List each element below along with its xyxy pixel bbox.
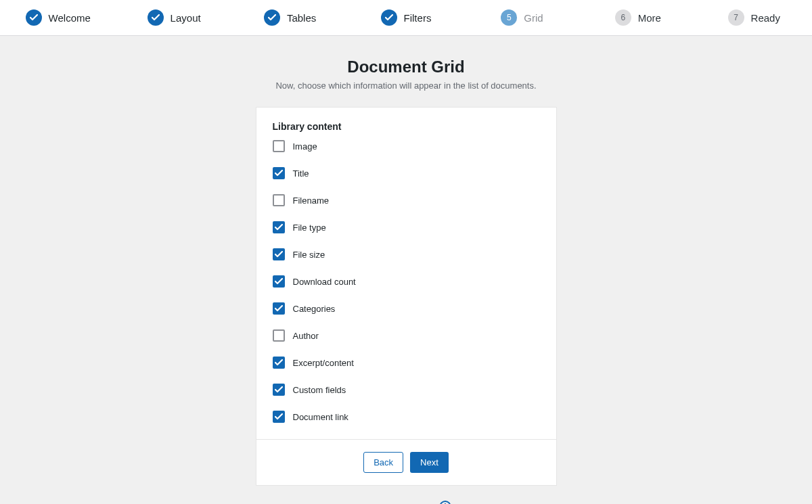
checkbox[interactable] [273,411,285,423]
card-footer: Back Next [256,439,556,485]
wizard-step[interactable]: Filters [348,9,464,26]
back-button[interactable]: Back [363,452,403,473]
checkbox-label: Document link [293,412,348,422]
step-completed-icon [381,9,397,26]
checkbox-list: ImageTitleFilenameFile typeFile sizeDown… [273,140,540,423]
checkbox-row: Author [273,329,540,342]
check-icon [275,170,283,177]
checkbox-label: Author [293,331,319,341]
checkbox-label: File size [293,250,325,260]
check-icon [152,14,160,21]
page-subtitle: Now, choose which information will appea… [135,81,677,91]
check-icon [275,305,283,312]
check-icon [30,14,38,21]
skip-setup-link[interactable]: Skip setup wizard [361,502,430,505]
checkbox-row: Document link [273,411,540,423]
wizard-step[interactable]: 7Ready [696,9,812,26]
check-icon [275,386,283,393]
checkbox-label: Excerpt/content [293,358,354,368]
checkbox[interactable] [273,248,285,260]
wizard-content: Document Grid Now, choose which informat… [135,36,677,504]
checkbox-label: Download count [293,277,356,287]
step-label: Tables [287,12,316,24]
check-icon [275,251,283,258]
step-label: Ready [751,12,780,24]
checkbox[interactable] [273,302,285,315]
check-icon [268,14,276,21]
checkbox-row: File type [273,221,540,233]
check-icon [275,278,283,285]
check-icon [275,224,283,231]
wizard-step[interactable]: 6More [580,9,696,26]
step-number-badge: 6 [615,9,631,26]
next-button[interactable]: Next [410,452,449,473]
checkbox-row: Categories [273,302,540,315]
checkbox[interactable] [273,194,285,206]
info-icon[interactable]: i [439,501,451,504]
checkbox-label: Title [293,168,309,179]
checkbox-label: Categories [293,304,336,314]
checkbox-row: Custom fields [273,384,540,396]
wizard-step[interactable]: Tables [232,9,348,26]
step-label: Grid [524,12,543,24]
checkbox-row: Excerpt/content [273,357,540,369]
step-number-badge: 7 [728,9,744,26]
checkbox-label: Filename [293,196,329,206]
step-completed-icon [148,9,164,26]
checkbox[interactable] [273,167,285,179]
check-icon [275,359,283,366]
wizard-step[interactable]: Welcome [0,9,116,26]
checkbox[interactable] [273,384,285,396]
checkbox-label: Image [293,141,317,152]
skip-row: Skip setup wizard i [135,501,677,504]
wizard-step[interactable]: 5Grid [464,9,580,26]
check-icon [385,14,393,21]
step-label: Welcome [49,12,91,24]
checkbox[interactable] [273,140,285,152]
checkbox-row: Image [273,140,540,152]
checkbox-row: File size [273,248,540,260]
step-label: More [638,12,661,24]
step-label: Layout [171,12,201,24]
section-label: Library content [273,121,540,132]
step-number-badge: 5 [501,9,517,26]
wizard-stepper: WelcomeLayoutTablesFilters5Grid6More7Rea… [0,0,812,36]
wizard-step[interactable]: Layout [116,9,231,26]
step-completed-icon [26,9,42,26]
page-title: Document Grid [135,58,677,76]
options-card: Library content ImageTitleFilenameFile t… [256,107,557,486]
checkbox[interactable] [273,275,285,288]
checkbox-row: Title [273,167,540,179]
check-icon [275,413,283,420]
checkbox[interactable] [273,329,285,342]
checkbox-row: Filename [273,194,540,206]
step-label: Filters [404,12,432,24]
checkbox-label: Custom fields [293,385,346,395]
checkbox[interactable] [273,357,285,369]
checkbox-row: Download count [273,275,540,288]
checkbox-label: File type [293,223,326,233]
checkbox[interactable] [273,221,285,233]
step-completed-icon [264,9,280,26]
